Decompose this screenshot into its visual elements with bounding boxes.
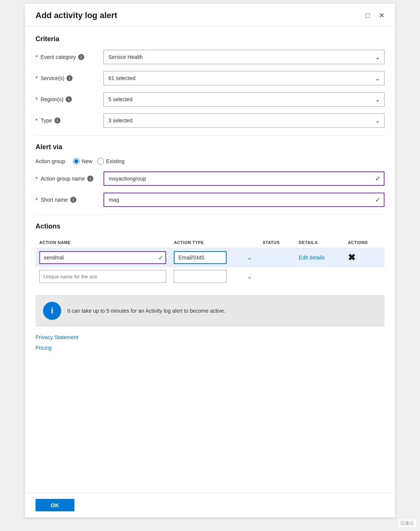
empty-action-type-chevron-icon: ⌄ [247, 273, 252, 279]
empty-action-type-select[interactable]: Email/SMS Webhook Azure Function Logic A… [174, 270, 227, 283]
short-name-info-icon[interactable]: i [70, 197, 76, 203]
action-name-wrapper: ✓ [39, 251, 166, 264]
services-label-text: Service(s) [40, 75, 64, 81]
ok-button[interactable]: OK [36, 499, 74, 511]
action-type-select[interactable]: Email/SMS Webhook Azure Function Logic A… [174, 251, 227, 264]
action-group-name-row: * Action group name i ✓ [36, 171, 384, 186]
type-info-icon[interactable]: i [54, 117, 60, 123]
info-banner: i It can take up to 5 minutes for an Act… [36, 295, 384, 327]
required-star: * [36, 176, 37, 182]
regions-label-text: Region(s) [40, 96, 63, 102]
panel-header: Add activity log alert □ ✕ [25, 4, 395, 26]
pricing-link[interactable]: Pricing [36, 345, 384, 351]
radio-new-input[interactable] [73, 158, 80, 165]
col-actions: ACTIONS [344, 237, 384, 248]
regions-select[interactable]: 5 selected [103, 92, 384, 107]
action-group-name-input[interactable] [103, 171, 384, 186]
regions-row: * Region(s) i 5 selected ⌄ [36, 92, 384, 107]
empty-action-type-cell: Email/SMS Webhook Azure Function Logic A… [170, 267, 259, 286]
col-action-type: ACTION TYPE [170, 237, 259, 248]
action-type-chevron-icon: ⌄ [247, 255, 252, 261]
criteria-section-title: Criteria [36, 35, 384, 43]
alert-via-section-title: Alert via [36, 143, 384, 151]
col-status: STATUS [259, 237, 295, 248]
action-name-check-icon: ✓ [158, 254, 163, 261]
radio-existing-label: Existing [106, 158, 125, 164]
event-category-select[interactable]: Service Health Administrative Security P… [103, 50, 384, 64]
regions-label: * Region(s) i [36, 96, 103, 102]
event-category-info-icon[interactable]: i [78, 54, 84, 60]
radio-existing-option[interactable]: Existing [97, 158, 125, 165]
regions-dropdown-wrapper: 5 selected ⌄ [103, 92, 384, 107]
actions-table-header: ACTION NAME ACTION TYPE STATUS DETAILS A… [36, 237, 384, 248]
add-activity-log-alert-panel: Add activity log alert □ ✕ Criteria * Ev… [25, 4, 395, 517]
required-star: * [36, 117, 37, 123]
header-icons: □ ✕ [364, 11, 386, 20]
action-group-label: Action group [36, 158, 65, 164]
services-row: * Service(s) i 61 selected ⌄ [36, 71, 384, 85]
short-name-row: * Short name i ✓ [36, 193, 384, 207]
table-row: ✓ Email/SMS Webhook Azure Function Logic… [36, 248, 384, 267]
action-details-cell: Edit details [295, 248, 344, 267]
action-group-radio-row: Action group New Existing [36, 158, 384, 165]
divider-2 [36, 215, 384, 215]
action-name-input[interactable] [39, 251, 166, 264]
radio-new-option[interactable]: New [73, 158, 93, 165]
event-category-row: * Event category i Service Health Admini… [36, 50, 384, 64]
short-name-label-text: Short name [40, 197, 68, 203]
short-name-input-wrapper: ✓ [103, 193, 384, 207]
info-banner-text: It can take up to 5 minutes for an Activ… [67, 307, 225, 315]
table-row: Email/SMS Webhook Azure Function Logic A… [36, 267, 384, 286]
required-star: * [36, 96, 37, 102]
link-section: Privacy Statement Pricing [36, 334, 384, 351]
services-dropdown-wrapper: 61 selected ⌄ [103, 71, 384, 85]
event-category-dropdown-wrapper: Service Health Administrative Security P… [103, 50, 384, 64]
type-select[interactable]: 3 selected [103, 113, 384, 128]
required-star: * [36, 54, 37, 60]
watermark: 亿速云 [398, 519, 416, 527]
radio-existing-input[interactable] [97, 158, 104, 165]
close-button[interactable]: ✕ [377, 11, 386, 20]
type-dropdown-wrapper: 3 selected ⌄ [103, 113, 384, 128]
required-star: * [36, 75, 37, 81]
empty-details-cell [295, 267, 344, 286]
regions-info-icon[interactable]: i [66, 96, 72, 102]
services-label: * Service(s) i [36, 75, 103, 81]
action-group-name-label-text: Action group name [40, 176, 85, 182]
short-name-label: * Short name i [36, 197, 103, 203]
action-status-cell [259, 248, 295, 267]
panel-title: Add activity log alert [36, 11, 117, 20]
services-info-icon[interactable]: i [66, 75, 73, 81]
action-name-cell: ✓ [36, 248, 170, 267]
panel-body: Criteria * Event category i Service Heal… [25, 26, 395, 492]
col-details: DETAILS [295, 237, 344, 248]
action-type-select-wrapper: Email/SMS Webhook Azure Function Logic A… [174, 251, 255, 264]
actions-section: Actions ACTION NAME ACTION TYPE STATUS D… [36, 222, 384, 286]
type-row: * Type i 3 selected ⌄ [36, 113, 384, 128]
type-label-text: Type [40, 117, 52, 123]
services-select[interactable]: 61 selected [103, 71, 384, 85]
action-type-cell: Email/SMS Webhook Azure Function Logic A… [170, 248, 259, 267]
delete-action-button[interactable]: ✖ [348, 252, 355, 263]
info-banner-icon: i [43, 302, 61, 320]
radio-new-label: New [82, 158, 93, 164]
panel-footer: OK [25, 492, 395, 517]
action-group-name-input-wrapper: ✓ [103, 171, 384, 186]
maximize-button[interactable]: □ [364, 11, 371, 20]
empty-action-name-input[interactable] [39, 270, 166, 283]
alert-via-section: Alert via Action group New Existing * Ac… [36, 143, 384, 207]
edit-details-link[interactable]: Edit details [299, 255, 324, 261]
required-star: * [36, 197, 37, 203]
actions-section-title: Actions [36, 222, 384, 230]
action-delete-cell: ✖ [344, 248, 384, 267]
actions-table-body: ✓ Email/SMS Webhook Azure Function Logic… [36, 248, 384, 286]
privacy-statement-link[interactable]: Privacy Statement [36, 334, 384, 340]
event-category-label: * Event category i [36, 54, 103, 60]
empty-action-type-wrapper: Email/SMS Webhook Azure Function Logic A… [174, 270, 255, 283]
empty-actions-cell [344, 267, 384, 286]
empty-action-name-cell [36, 267, 170, 286]
short-name-input[interactable] [103, 193, 384, 207]
actions-table: ACTION NAME ACTION TYPE STATUS DETAILS A… [36, 237, 384, 286]
event-category-label-text: Event category [40, 54, 76, 60]
action-group-name-info-icon[interactable]: i [87, 176, 93, 182]
